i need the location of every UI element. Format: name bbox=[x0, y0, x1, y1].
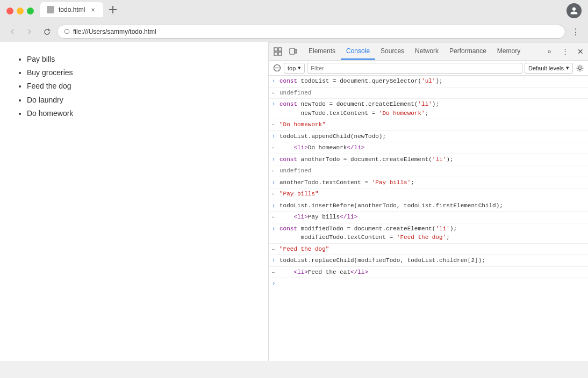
svg-rect-1 bbox=[109, 9, 117, 10]
tab-favicon bbox=[47, 6, 54, 13]
list-item: Buy groceries bbox=[27, 66, 252, 79]
console-result: "Feed the dog" bbox=[279, 245, 588, 254]
address-text: file:///Users/sammy/todo.html bbox=[73, 28, 156, 35]
todo-list: Pay bills Buy groceries Feed the dog Do … bbox=[16, 53, 252, 120]
result-arrow-icon: ← bbox=[272, 213, 279, 221]
result-arrow-icon: ← bbox=[272, 120, 279, 129]
input-arrow-icon: › bbox=[272, 155, 279, 164]
device-toolbar-button[interactable] bbox=[286, 45, 300, 59]
console-prompt-icon: › bbox=[272, 279, 279, 288]
list-item: Pay bills bbox=[27, 53, 252, 66]
browser-menu-button[interactable]: ⋮ bbox=[569, 25, 583, 39]
tab-memory[interactable]: Memory bbox=[492, 43, 526, 60]
result-arrow-icon: ← bbox=[272, 268, 279, 277]
svg-rect-6 bbox=[290, 48, 295, 54]
input-arrow-icon: › bbox=[272, 178, 279, 187]
console-code: todoList.appendChild(newTodo); bbox=[279, 132, 588, 141]
devtools-panel: Elements Console Sources Network Perform… bbox=[269, 42, 588, 361]
back-button[interactable] bbox=[5, 25, 19, 39]
console-row: ← <li>Feed the cat</li> bbox=[269, 267, 588, 279]
list-item: Do homework bbox=[27, 107, 252, 120]
console-code: const anotherTodo = document.createEleme… bbox=[279, 155, 588, 164]
console-result: <li>Do homework</li> bbox=[279, 143, 588, 152]
tab-elements[interactable]: Elements bbox=[303, 43, 341, 60]
console-row: ← "Feed the dog" bbox=[269, 244, 588, 256]
console-row: › const todoList = document.querySelecto… bbox=[269, 76, 588, 88]
traffic-lights bbox=[6, 8, 34, 14]
list-item: Feed the dog bbox=[27, 79, 252, 93]
new-tab-button[interactable] bbox=[105, 2, 120, 17]
forward-button[interactable] bbox=[23, 25, 37, 39]
devtools-toolbar: Elements Console Sources Network Perform… bbox=[269, 42, 588, 61]
console-result: <li>Feed the cat</li> bbox=[279, 268, 588, 277]
page-content: Pay bills Buy groceries Feed the dog Do … bbox=[0, 42, 269, 361]
console-settings-button[interactable] bbox=[575, 63, 585, 73]
console-row: › todoList.appendChild(newTodo); bbox=[269, 131, 588, 143]
devtools-close-button[interactable]: ✕ bbox=[575, 46, 586, 57]
list-item: Do laundry bbox=[27, 93, 252, 107]
svg-rect-4 bbox=[274, 52, 277, 55]
console-context-label: top bbox=[288, 65, 296, 71]
console-row: ← undefined bbox=[269, 88, 588, 99]
console-row: › todoList.insertBefore(anotherTodo, tod… bbox=[269, 200, 588, 212]
input-arrow-icon: › bbox=[272, 256, 279, 265]
tab-sources[interactable]: Sources bbox=[375, 43, 410, 60]
tabs-overflow-button[interactable]: » bbox=[544, 46, 555, 57]
result-arrow-icon: ← bbox=[272, 89, 279, 97]
console-clear-button[interactable] bbox=[272, 63, 282, 73]
devtools-settings-button[interactable]: ⋮ bbox=[558, 45, 572, 59]
result-arrow-icon: ← bbox=[272, 190, 279, 198]
console-result: "Do homework" bbox=[279, 120, 588, 129]
tab-title: todo.html bbox=[59, 6, 85, 13]
maximize-button[interactable] bbox=[27, 8, 34, 14]
console-code: const modifiedTodo = document.createElem… bbox=[279, 224, 588, 242]
input-arrow-icon: › bbox=[272, 100, 279, 108]
console-result: <li>Pay bills</li> bbox=[279, 213, 588, 222]
console-code: const todoList = document.querySelector(… bbox=[279, 77, 588, 86]
console-row: ← "Do homework" bbox=[269, 119, 588, 131]
result-arrow-icon: ← bbox=[272, 245, 279, 253]
address-bar[interactable]: file:///Users/sammy/todo.html bbox=[57, 25, 565, 39]
browser-tab[interactable]: todo.html ✕ bbox=[40, 2, 103, 17]
console-row: › todoList.replaceChild(modifiedTodo, to… bbox=[269, 255, 588, 267]
chevron-down-icon: ▾ bbox=[298, 64, 301, 71]
refresh-button[interactable] bbox=[40, 25, 54, 39]
console-row: › const anotherTodo = document.createEle… bbox=[269, 154, 588, 166]
console-code: todoList.insertBefore(anotherTodo, todoL… bbox=[279, 201, 588, 210]
console-result: "Pay bills" bbox=[279, 190, 588, 199]
console-output[interactable]: › const todoList = document.querySelecto… bbox=[269, 76, 588, 361]
console-levels-selector[interactable]: Default levels ▾ bbox=[525, 63, 573, 74]
tab-console[interactable]: Console bbox=[341, 43, 375, 60]
input-arrow-icon: › bbox=[272, 132, 279, 141]
address-icon bbox=[64, 28, 70, 35]
tab-close-button[interactable]: ✕ bbox=[89, 6, 97, 13]
chevron-down-icon: ▾ bbox=[566, 64, 569, 71]
console-filter-input[interactable] bbox=[307, 63, 522, 74]
input-arrow-icon: › bbox=[272, 224, 279, 233]
console-code: const newTodo = document.createElement('… bbox=[279, 100, 588, 118]
svg-rect-3 bbox=[278, 48, 282, 51]
console-row: ← <li>Pay bills</li> bbox=[269, 212, 588, 223]
console-levels-label: Default levels bbox=[528, 65, 564, 71]
close-button[interactable] bbox=[6, 8, 13, 14]
console-context-selector[interactable]: top ▾ bbox=[284, 63, 305, 74]
tab-network[interactable]: Network bbox=[410, 43, 444, 60]
minimize-button[interactable] bbox=[17, 8, 24, 14]
result-arrow-icon: ← bbox=[272, 143, 279, 152]
console-code: anotherTodo.textContent = 'Pay bills'; bbox=[279, 178, 588, 187]
address-bar-row: file:///Users/sammy/todo.html ⋮ bbox=[0, 21, 588, 42]
svg-point-10 bbox=[579, 67, 582, 69]
console-input-row[interactable]: › bbox=[269, 278, 588, 289]
svg-rect-2 bbox=[274, 48, 277, 51]
console-code: todoList.replaceChild(modifiedTodo, todo… bbox=[279, 256, 588, 265]
console-row: ← "Pay bills" bbox=[269, 188, 588, 200]
input-arrow-icon: › bbox=[272, 201, 279, 210]
console-result: undefined bbox=[279, 166, 588, 176]
user-avatar[interactable] bbox=[567, 3, 582, 18]
tab-performance[interactable]: Performance bbox=[444, 43, 492, 60]
inspect-element-button[interactable] bbox=[271, 45, 285, 59]
console-row: › const newTodo = document.createElement… bbox=[269, 99, 588, 119]
browser-chrome: todo.html ✕ file:///Users/sammy/todo.htm… bbox=[0, 0, 588, 42]
console-row: ← <li>Do homework</li> bbox=[269, 142, 588, 154]
svg-rect-5 bbox=[278, 52, 282, 55]
